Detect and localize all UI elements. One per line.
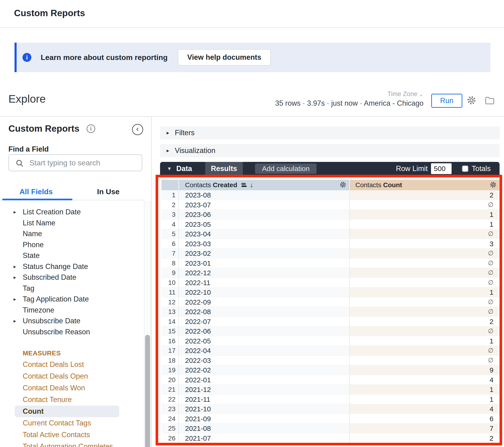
dimension-field-item[interactable]: Tag Application Date bbox=[0, 294, 144, 305]
run-button[interactable]: Run bbox=[431, 94, 462, 108]
contacts-count-cell[interactable]: ∅ bbox=[350, 326, 500, 336]
contacts-count-cell[interactable]: ∅ bbox=[350, 356, 500, 366]
totals-checkbox[interactable] bbox=[462, 165, 468, 172]
sidebar-scrollbar-thumb[interactable] bbox=[145, 335, 150, 447]
measure-field-item[interactable]: Count bbox=[15, 406, 119, 417]
dimension-field-item[interactable]: Unsubscribe Date bbox=[0, 316, 144, 327]
sidebar-info-icon[interactable]: i bbox=[87, 124, 95, 133]
row-limit-input[interactable] bbox=[431, 163, 451, 174]
contacts-count-cell[interactable]: 1 bbox=[350, 219, 500, 229]
folder-button[interactable] bbox=[484, 95, 495, 107]
dimension-field-item[interactable]: Name bbox=[0, 228, 144, 239]
field-search-input[interactable] bbox=[9, 155, 142, 171]
measure-field-item[interactable]: Current Contact Tags bbox=[15, 417, 119, 429]
expand-caret-icon[interactable] bbox=[14, 207, 16, 218]
contacts-created-cell[interactable]: 2023-06 bbox=[179, 210, 350, 219]
measure-field-item[interactable]: Contact Deals Open bbox=[15, 370, 119, 382]
contacts-created-cell[interactable]: 2022-12 bbox=[179, 268, 350, 278]
contacts-count-cell[interactable]: 6 bbox=[350, 414, 500, 424]
contacts-count-cell[interactable]: ∅ bbox=[350, 297, 500, 307]
dimension-field-item[interactable]: List Name bbox=[0, 218, 144, 229]
results-tab[interactable]: Results bbox=[205, 162, 243, 175]
contacts-created-cell[interactable]: 2022-03 bbox=[179, 356, 350, 366]
contacts-created-cell[interactable]: 2023-02 bbox=[179, 249, 350, 258]
visualization-section-bar[interactable]: ▸ Visualization bbox=[160, 144, 500, 157]
contacts-created-cell[interactable]: 2022-04 bbox=[179, 346, 350, 356]
contacts-created-cell[interactable]: 2022-01 bbox=[179, 375, 350, 385]
contacts-count-cell[interactable]: ∅ bbox=[350, 346, 500, 356]
tab-all-fields[interactable]: All Fields bbox=[0, 183, 72, 200]
column-header-contacts-created[interactable]: Contacts Created ↓ bbox=[179, 180, 350, 190]
dimension-field-item[interactable]: Unsubscribe Reason bbox=[0, 327, 144, 338]
contacts-count-cell[interactable]: 9 bbox=[350, 365, 500, 375]
contacts-created-cell[interactable]: 2023-03 bbox=[179, 239, 350, 249]
expand-caret-icon[interactable] bbox=[14, 261, 16, 272]
add-calculation-button[interactable]: Add calculation bbox=[255, 164, 317, 174]
settings-gear-button[interactable] bbox=[466, 95, 477, 106]
column-gear-button[interactable] bbox=[339, 181, 346, 189]
contacts-created-cell[interactable]: 2021-12 bbox=[179, 385, 350, 394]
contacts-count-cell[interactable]: 1 bbox=[350, 288, 500, 297]
measure-field-item[interactable]: Contact Tenure bbox=[15, 394, 119, 406]
contacts-count-cell[interactable]: ∅ bbox=[350, 200, 500, 210]
contacts-created-cell[interactable]: 2021-09 bbox=[179, 414, 350, 424]
sidebar-collapse-button[interactable] bbox=[132, 124, 143, 135]
contacts-count-cell[interactable]: 2 bbox=[350, 190, 500, 200]
measure-field-item[interactable]: Contact Deals Lost bbox=[15, 359, 119, 370]
filters-section-bar[interactable]: ▸ Filters bbox=[160, 126, 500, 139]
contacts-created-cell[interactable]: 2023-01 bbox=[179, 258, 350, 268]
contacts-created-cell[interactable]: 2022-06 bbox=[179, 326, 350, 336]
data-label[interactable]: Data bbox=[176, 164, 192, 173]
measure-field-item[interactable]: Total Automation Completes bbox=[15, 441, 119, 447]
dimension-field-item[interactable]: Status Change Date bbox=[0, 261, 144, 272]
contacts-count-cell[interactable]: 2 bbox=[350, 433, 500, 443]
measure-field-item[interactable]: Contact Deals Won bbox=[15, 382, 119, 394]
dimension-field-item[interactable]: Subscribed Date bbox=[0, 272, 144, 283]
tab-in-use[interactable]: In Use bbox=[72, 183, 144, 200]
contacts-created-cell[interactable]: 2021-10 bbox=[179, 404, 350, 414]
contacts-count-cell[interactable]: 1 bbox=[350, 210, 500, 219]
contacts-count-cell[interactable]: 4 bbox=[350, 404, 500, 414]
contacts-created-cell[interactable]: 2022-05 bbox=[179, 336, 350, 346]
expand-caret-icon[interactable] bbox=[14, 272, 16, 283]
sidebar-scrollbar[interactable] bbox=[144, 201, 151, 447]
column-header-contacts-count[interactable]: Contacts Count bbox=[350, 180, 500, 190]
contacts-count-cell[interactable]: 1 bbox=[350, 336, 500, 346]
collapse-caret-icon[interactable]: ▾ bbox=[168, 165, 171, 172]
contacts-created-cell[interactable]: 2023-08 bbox=[179, 190, 350, 200]
contacts-created-cell[interactable]: 2023-05 bbox=[179, 219, 350, 229]
contacts-count-cell[interactable]: ∅ bbox=[350, 268, 500, 278]
contacts-count-cell[interactable]: ∅ bbox=[350, 278, 500, 288]
contacts-count-cell[interactable]: ∅ bbox=[350, 229, 500, 239]
dimension-field-item[interactable]: List Creation Date bbox=[0, 207, 144, 218]
view-help-documents-button[interactable]: View help documents bbox=[178, 49, 270, 66]
contacts-created-cell[interactable]: 2021-11 bbox=[179, 394, 350, 404]
contacts-created-cell[interactable]: 2023-04 bbox=[179, 229, 350, 239]
contacts-created-cell[interactable]: 2022-11 bbox=[179, 278, 350, 288]
dimension-field-item[interactable]: Phone bbox=[0, 239, 144, 251]
contacts-count-cell[interactable]: 7 bbox=[350, 424, 500, 433]
contacts-created-cell[interactable]: 2021-07 bbox=[179, 433, 350, 443]
dimension-field-item[interactable]: Timezone bbox=[0, 305, 144, 316]
contacts-created-cell[interactable]: 2022-08 bbox=[179, 307, 350, 317]
contacts-count-cell[interactable]: 1 bbox=[350, 385, 500, 394]
expand-caret-icon[interactable] bbox=[14, 294, 16, 305]
dimension-field-item[interactable]: Tag bbox=[0, 283, 144, 294]
dimension-field-item[interactable]: State bbox=[0, 250, 144, 261]
contacts-count-cell[interactable]: ∅ bbox=[350, 307, 500, 317]
contacts-created-cell[interactable]: 2022-07 bbox=[179, 317, 350, 327]
contacts-count-cell[interactable]: 1 bbox=[350, 394, 500, 404]
contacts-count-cell[interactable]: ∅ bbox=[350, 258, 500, 268]
contacts-created-cell[interactable]: 2022-02 bbox=[179, 365, 350, 375]
contacts-created-cell[interactable]: 2021-08 bbox=[179, 424, 350, 433]
contacts-count-cell[interactable]: 2 bbox=[350, 317, 500, 327]
column-gear-button[interactable] bbox=[489, 181, 497, 189]
timezone-dropdown[interactable]: Time Zone⌄ bbox=[275, 90, 424, 98]
measure-field-item[interactable]: Total Active Contacts bbox=[15, 429, 119, 441]
contacts-created-cell[interactable]: 2023-07 bbox=[179, 200, 350, 210]
contacts-count-cell[interactable]: ∅ bbox=[350, 249, 500, 258]
contacts-count-cell[interactable]: 3 bbox=[350, 239, 500, 249]
contacts-created-cell[interactable]: 2022-09 bbox=[179, 297, 350, 307]
contacts-count-cell[interactable]: 4 bbox=[350, 375, 500, 385]
expand-caret-icon[interactable] bbox=[14, 316, 16, 327]
